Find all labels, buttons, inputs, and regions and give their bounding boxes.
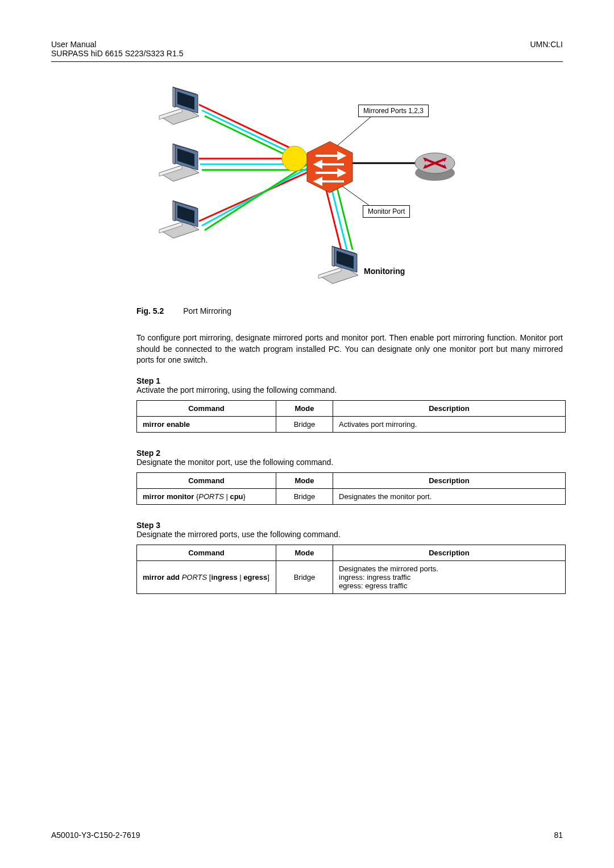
svg-line-13 <box>335 113 375 147</box>
cmd-cpu: cpu <box>230 492 243 501</box>
table-header-row: Command Mode Description <box>137 545 566 560</box>
step3-table: Command Mode Description mirror add PORT… <box>136 545 566 594</box>
step2-text: Designate the monitor port, use the foll… <box>136 458 563 467</box>
th-description: Description <box>333 472 566 488</box>
cmd-pipe: | <box>238 573 244 582</box>
desc-line3: egress: egress traffic <box>339 582 559 590</box>
figure-number: Fig. 5.2 <box>136 306 164 315</box>
table-header-row: Command Mode Description <box>137 472 566 488</box>
cmd-cell: mirror monitor {PORTS | cpu} <box>137 488 276 504</box>
th-description: Description <box>333 545 566 560</box>
th-mode: Mode <box>276 400 333 416</box>
header-left: User Manual SURPASS hiD 6615 S223/S323 R… <box>51 40 183 58</box>
header-title: User Manual <box>51 40 183 49</box>
header-subtitle: SURPASS hiD 6615 S223/S323 R1.5 <box>51 49 183 58</box>
cmd-ports: PORTS <box>182 573 208 582</box>
desc-cell: Designates the mirrored ports. ingress: … <box>333 560 566 593</box>
step1-heading: Step 1 <box>136 376 563 385</box>
step1-text: Activate the port mirroring, using the f… <box>136 385 563 394</box>
cmd-text: mirror enable <box>143 420 190 429</box>
mode-cell: Bridge <box>276 488 333 504</box>
figure-title: Port Mirroring <box>183 306 231 315</box>
step2-table: Command Mode Description mirror monitor … <box>136 472 566 505</box>
monitor-port-label: Monitor Port <box>363 205 410 218</box>
th-mode: Mode <box>276 545 333 560</box>
table-row: mirror add PORTS [ingress | egress] Brid… <box>137 560 566 593</box>
svg-point-15 <box>282 146 307 171</box>
cmd-close: ] <box>267 573 269 582</box>
page-footer: A50010-Y3-C150-2-7619 81 <box>51 830 563 840</box>
monitoring-label: Monitoring <box>364 267 405 276</box>
desc-line2: ingress: ingress traffic <box>339 573 559 582</box>
header-right: UMN:CLI <box>530 40 563 58</box>
svg-line-8 <box>205 161 313 230</box>
th-command: Command <box>137 545 276 560</box>
cmd-ports: PORTS <box>198 492 224 501</box>
desc-cell: Designates the monitor port. <box>333 488 566 504</box>
desc-line1: Designates the mirrored ports. <box>339 564 559 573</box>
cmd-cell: mirror enable <box>137 416 276 432</box>
figure-caption: Fig. 5.2 Port Mirroring <box>136 306 563 315</box>
table-row: mirror monitor {PORTS | cpu} Bridge Desi… <box>137 488 566 504</box>
cmd-pipe: | <box>224 492 230 501</box>
brace-close: } <box>243 492 246 501</box>
diagram: Mirrored Ports 1,2,3 Monitor Port Monito… <box>148 79 466 289</box>
th-command: Command <box>137 400 276 416</box>
mode-cell: Bridge <box>276 560 333 593</box>
desc-cell: Activates port mirroring. <box>333 416 566 432</box>
cmd-prefix: mirror add <box>143 573 182 582</box>
step1-table: Command Mode Description mirror enable B… <box>136 400 566 433</box>
th-mode: Mode <box>276 472 333 488</box>
mode-cell: Bridge <box>276 416 333 432</box>
header-divider <box>51 61 563 62</box>
step3-text: Designate the mirrored ports, use the fo… <box>136 530 563 539</box>
footer-left: A50010-Y3-C150-2-7619 <box>51 830 140 840</box>
mirrored-ports-label: Mirrored Ports 1,2,3 <box>358 105 429 117</box>
step3-heading: Step 3 <box>136 521 563 530</box>
table-header-row: Command Mode Description <box>137 400 566 416</box>
th-description: Description <box>333 400 566 416</box>
step2-heading: Step 2 <box>136 448 563 458</box>
svg-marker-16 <box>307 142 352 193</box>
footer-right: 81 <box>554 830 563 840</box>
cmd-cell: mirror add PORTS [ingress | egress] <box>137 560 276 593</box>
intro-paragraph: To configure port mirroring, designate m… <box>136 333 563 366</box>
cmd-prefix: mirror monitor <box>143 492 196 501</box>
page-header: User Manual SURPASS hiD 6615 S223/S323 R… <box>51 40 563 58</box>
cmd-ingress: ingress <box>211 573 237 582</box>
th-command: Command <box>137 472 276 488</box>
table-row: mirror enable Bridge Activates port mirr… <box>137 416 566 432</box>
cmd-egress: egress <box>243 573 267 582</box>
